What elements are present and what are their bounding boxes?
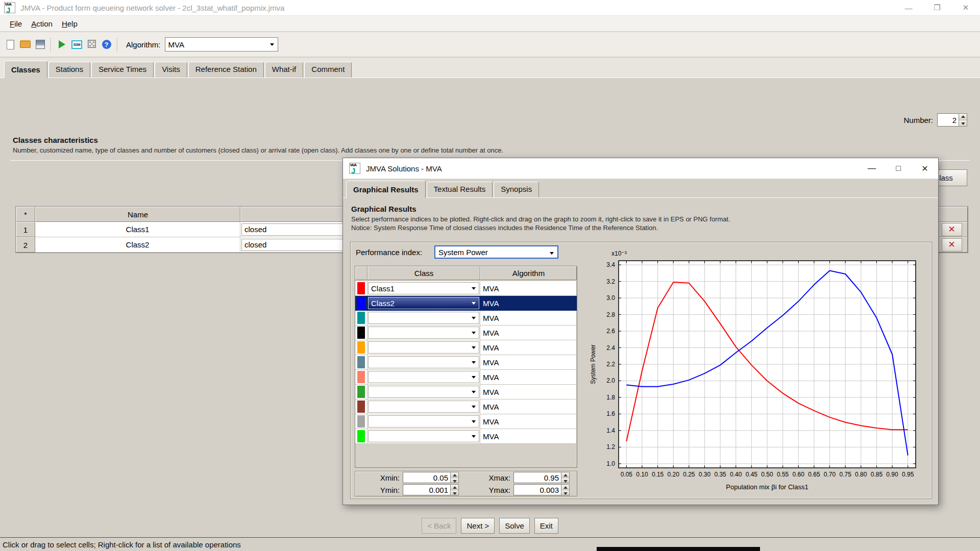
- delete-class-button[interactable]: ✕: [942, 238, 962, 252]
- next-button[interactable]: Next >: [461, 518, 495, 534]
- classes-heading: Classes characteristics: [13, 136, 98, 144]
- series-class-select[interactable]: [368, 415, 479, 428]
- tab-visits[interactable]: Visits: [155, 62, 187, 78]
- dialog-maximize-button[interactable]: □: [885, 158, 912, 179]
- exit-button[interactable]: Exit: [534, 518, 558, 534]
- new-document-icon[interactable]: [4, 38, 17, 52]
- dialog-tab-textual-results[interactable]: Textual Results: [427, 182, 493, 197]
- series-class-select[interactable]: [368, 430, 479, 442]
- dialog-minimize-button[interactable]: —: [859, 158, 885, 179]
- svg-text:0.35: 0.35: [714, 471, 726, 478]
- run-icon[interactable]: [55, 38, 69, 52]
- tab-what-if[interactable]: What-if: [265, 62, 304, 78]
- series-class-cell: [368, 399, 480, 414]
- performance-index-select[interactable]: System Power: [434, 245, 558, 259]
- series-class-select[interactable]: [368, 341, 479, 354]
- series-class-select[interactable]: [368, 327, 479, 339]
- ymin-value[interactable]: 0.001: [403, 484, 450, 495]
- series-color-cell: [355, 325, 368, 340]
- help-icon[interactable]: [100, 38, 113, 52]
- series-color-swatch: [357, 400, 365, 413]
- performance-index-value: System Power: [438, 248, 488, 257]
- minimize-button[interactable]: —: [894, 0, 923, 15]
- ymax-increment[interactable]: [561, 485, 569, 490]
- class-number-decrement[interactable]: [959, 120, 967, 127]
- solve-button[interactable]: Solve: [499, 518, 530, 534]
- series-class-select[interactable]: [368, 356, 479, 368]
- ymin-decrement[interactable]: [451, 490, 458, 495]
- dialog-tab-graphical-results[interactable]: Graphical Results: [346, 181, 426, 198]
- series-algorithm-cell[interactable]: MVA: [480, 325, 577, 340]
- class-number: 2: [937, 113, 967, 127]
- tab-reference-station[interactable]: Reference Station: [188, 62, 264, 78]
- dialog-close-button[interactable]: ✕: [912, 158, 938, 179]
- series-class-select[interactable]: [368, 371, 479, 383]
- dialog-tabbar: Graphical ResultsTextual ResultsSynopsis: [343, 179, 938, 198]
- xmax-value[interactable]: 0.95: [513, 472, 561, 483]
- back-button[interactable]: < Back: [422, 518, 456, 534]
- series-class-select[interactable]: [368, 386, 479, 398]
- svg-text:1.8: 1.8: [606, 394, 615, 401]
- sim-icon[interactable]: [70, 38, 84, 52]
- series-class-cell: [368, 325, 480, 340]
- series-algorithm-cell[interactable]: MVA: [480, 414, 577, 429]
- svg-text:0.15: 0.15: [652, 471, 664, 478]
- chevron-down-icon: [270, 43, 274, 46]
- chevron-down-icon: [550, 252, 554, 255]
- algorithm-select[interactable]: MVA: [165, 37, 278, 52]
- dialog-description-2: Notice: System Response Time of closed c…: [351, 224, 658, 232]
- series-class-select[interactable]: [368, 312, 479, 324]
- menu-help[interactable]: Help: [57, 17, 82, 30]
- series-color-cell: [355, 355, 368, 370]
- class-number-spin-buttons: [959, 113, 967, 127]
- series-algorithm-cell[interactable]: MVA: [480, 340, 577, 355]
- xmin-value[interactable]: 0.05: [403, 472, 450, 483]
- results-chart[interactable]: 0.050.100.150.200.250.300.350.400.450.50…: [589, 247, 926, 497]
- class-name-cell[interactable]: Class1: [35, 222, 240, 237]
- class-name-cell[interactable]: Class2: [35, 237, 240, 253]
- menu-file[interactable]: File: [5, 17, 27, 30]
- ymin-field: Ymin:0.001: [355, 484, 466, 495]
- series-class-select[interactable]: Class2: [368, 297, 479, 309]
- series-algorithm-cell[interactable]: MVA: [480, 296, 577, 311]
- series-algorithm-cell[interactable]: MVA: [480, 355, 577, 370]
- svg-text:0.50: 0.50: [761, 471, 773, 478]
- series-algorithm-cell[interactable]: MVA: [480, 370, 577, 385]
- class-number-increment[interactable]: [959, 114, 967, 120]
- tab-service-times[interactable]: Service Times: [91, 62, 154, 78]
- xmax-decrement[interactable]: [561, 478, 569, 483]
- tab-comment[interactable]: Comment: [304, 62, 352, 78]
- ymax: 0.003: [513, 484, 570, 495]
- series-algorithm-cell[interactable]: MVA: [480, 281, 577, 296]
- xmax-increment[interactable]: [561, 472, 569, 478]
- ymin-increment[interactable]: [451, 485, 458, 490]
- class-number-value[interactable]: 2: [937, 113, 959, 127]
- delete-class-button[interactable]: ✕: [942, 223, 962, 236]
- save-icon[interactable]: [33, 38, 47, 52]
- series-algorithm-cell[interactable]: MVA: [480, 399, 577, 414]
- open-folder-icon[interactable]: [18, 38, 32, 52]
- series-class-cell: [368, 414, 480, 429]
- xmin-decrement[interactable]: [451, 478, 458, 483]
- series-class-cell: [368, 340, 480, 355]
- menu-action[interactable]: Action: [27, 17, 57, 30]
- series-class-select[interactable]: Class1: [368, 282, 479, 294]
- series-class-select[interactable]: [368, 400, 479, 413]
- dialog-tab-synopsis[interactable]: Synopsis: [494, 182, 539, 197]
- random-icon[interactable]: [85, 38, 99, 52]
- xmax-spin-buttons: [561, 472, 570, 483]
- series-algorithm-cell[interactable]: MVA: [480, 311, 577, 325]
- series-algorithm-cell[interactable]: MVA: [480, 429, 577, 444]
- svg-text:2.2: 2.2: [606, 361, 615, 368]
- tab-classes[interactable]: Classes: [4, 61, 47, 78]
- tab-stations[interactable]: Stations: [48, 62, 90, 78]
- delete-class-cell: ✕: [936, 237, 968, 253]
- xmin-increment[interactable]: [451, 472, 458, 478]
- series-algorithm-cell[interactable]: MVA: [480, 385, 577, 399]
- dialog-title: JMVA Solutions - MVA: [366, 164, 442, 173]
- ymax-decrement[interactable]: [561, 490, 569, 495]
- toolbar-separator: [117, 37, 118, 52]
- close-button[interactable]: ✕: [951, 0, 980, 15]
- restore-button[interactable]: ❐: [923, 0, 951, 15]
- ymax-value[interactable]: 0.003: [513, 484, 561, 495]
